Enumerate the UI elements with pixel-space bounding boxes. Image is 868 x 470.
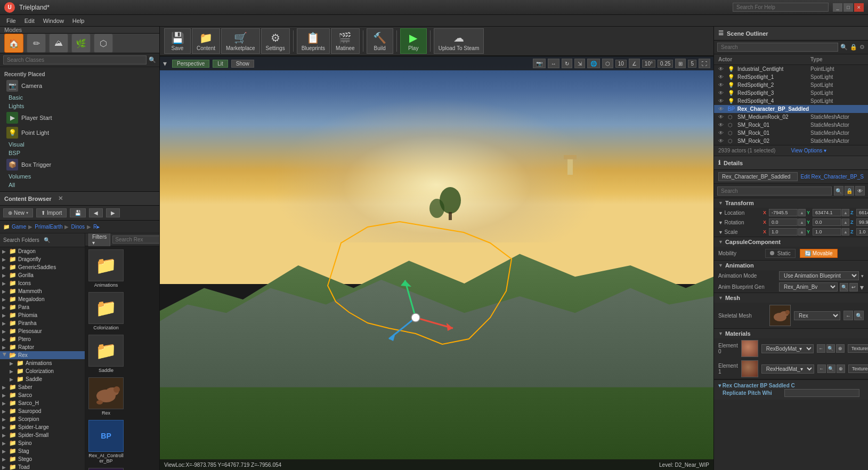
scale-x-up[interactable]: ▲ (798, 228, 806, 236)
element0-select[interactable]: RexBodyMat_▾ (761, 344, 814, 353)
category-bsp[interactable]: BSP (4, 149, 155, 157)
search-rex-input[interactable] (112, 236, 159, 244)
outliner-row-industria[interactable]: 👁 💡 IndustriaI_Centlight PointLight (714, 65, 868, 73)
folder-raptor[interactable]: ▶ 📁 Raptor (0, 343, 85, 351)
details-search-icon-btn[interactable]: 🔍 (834, 186, 843, 196)
outliner-row-sm-rock3[interactable]: 👁 ⬡ SM_Rock_02 StaticMeshActor (714, 137, 868, 145)
asset-saddle-folder[interactable]: 📁 Saddle (87, 334, 125, 374)
outliner-row-spotlight4[interactable]: 👁 💡 RedSpotlight_4 SpotLight (714, 97, 868, 105)
location-y-input[interactable] (813, 209, 841, 216)
outliner-row-spotlight2[interactable]: 👁 💡 RedSpotlight_2 SpotLight (714, 81, 868, 89)
fullscreen-btn[interactable]: ⛶ (699, 59, 710, 68)
menu-file[interactable]: File (2, 17, 20, 25)
static-button[interactable]: Static (765, 249, 796, 258)
details-lock-icon-btn[interactable]: 🔒 (845, 186, 854, 196)
folder-saber[interactable]: ▶ 📁 Saber (0, 383, 85, 391)
mesh-header[interactable]: ▼ Mesh (714, 293, 868, 303)
outliner-row-spotlight3[interactable]: 👁 💡 RedSpotlight_3 SpotLight (714, 89, 868, 97)
folder-stego[interactable]: ▶ 📁 Stego (0, 455, 85, 463)
menu-window[interactable]: Window (39, 17, 68, 25)
path-game[interactable]: Game (12, 224, 26, 230)
menu-help[interactable]: Help (68, 17, 89, 25)
edit-blueprint-link[interactable]: Edit Rex_Character_BP_S (801, 174, 864, 180)
category-lights[interactable]: Lights (4, 102, 155, 110)
category-visual[interactable]: Visual (4, 140, 155, 149)
anim-bp-arrow-btn[interactable]: ↩ (849, 283, 858, 291)
skeletal-mesh-select[interactable]: Rex (794, 311, 840, 320)
scale-x-input[interactable] (769, 228, 798, 236)
outliner-row-sm-rock1[interactable]: 👁 ⬡ SM_Rock_01 StaticMeshActor (714, 121, 868, 129)
build-button[interactable]: 🔨 Build (367, 28, 393, 54)
category-all[interactable]: All (4, 181, 155, 189)
place-item-box-trigger[interactable]: 📦 Box Trigger (4, 157, 155, 172)
show-button[interactable]: Show (231, 60, 254, 68)
category-volumes[interactable]: Volumes (4, 172, 155, 181)
rotation-y-input[interactable] (813, 218, 841, 226)
folder-rex-saddle[interactable]: ▶ 📁 Saddle (0, 375, 85, 383)
transform-header[interactable]: ▼ Transform (714, 198, 868, 208)
forward-button[interactable]: ▶ (106, 208, 120, 217)
viewport[interactable]: ▾ Perspective Lit Show 📷 ↔ ↻ ⇲ 🌐 ⬡ 10 ∠ … (160, 56, 713, 470)
marketplace-button[interactable]: 🛒 Marketplace (221, 28, 259, 54)
paint-mode-icon[interactable]: ✏ (27, 34, 46, 53)
folder-toad[interactable]: ▶ 📁 Toad (0, 463, 85, 470)
folder-spino[interactable]: ▶ 📁 Spino (0, 439, 85, 447)
place-item-camera[interactable]: 📷 Camera (4, 78, 155, 93)
folder-spider-small[interactable]: ▶ 📁 Spider-Small (0, 431, 85, 439)
save-button[interactable]: 💾 Save (164, 28, 191, 54)
rotate-btn[interactable]: ↻ (562, 59, 572, 68)
details-search-input[interactable] (717, 187, 832, 196)
folder-genericsaddles[interactable]: ▶ 📁 GenericSaddles (0, 263, 85, 271)
folder-spider-large[interactable]: ▶ 📁 Spider-Large (0, 423, 85, 431)
matinee-button[interactable]: 🎬 Matinee (331, 28, 360, 54)
folder-stag[interactable]: ▶ 📁 Stag (0, 447, 85, 455)
perspective-button[interactable]: Perspective (172, 60, 209, 68)
element1-select[interactable]: RexHeadMat_▾ (761, 364, 814, 374)
folder-sarco[interactable]: ▶ 📁 Sarco (0, 391, 85, 399)
outliner-row-rex[interactable]: 👁 BP Rex_Character_BP_Saddled (714, 105, 868, 113)
asset-rex-anim-bp[interactable]: Rex_Anim_BP (87, 467, 125, 470)
path-primalearth[interactable]: PrimalEarth (35, 224, 62, 230)
landscape-mode-icon[interactable]: ⛰ (49, 34, 68, 53)
viewport-dropdown-icon[interactable]: ▾ (163, 59, 167, 68)
element1-texture-select[interactable]: Textures ▾ (848, 364, 868, 373)
location-x-up[interactable]: ▲ (798, 209, 806, 216)
close-button[interactable]: ✕ (854, 3, 864, 12)
folder-rex-animations[interactable]: ▶ 📁 Animations (0, 359, 85, 367)
lit-button[interactable]: Lit (213, 60, 228, 68)
folder-rex[interactable]: ▶ 📂 Rex (0, 351, 85, 359)
folder-gorilla[interactable]: ▶ 📁 Gorilla (0, 271, 85, 279)
materials-header[interactable]: ▼ Materials (714, 329, 868, 338)
anim-bp-select[interactable]: Rex_Anim_Bv (779, 282, 838, 291)
filters-label[interactable]: Filters ▾ (88, 233, 110, 247)
capsule-header[interactable]: ▼ CapsuleComponent (714, 237, 868, 247)
path-r[interactable]: R▸ (93, 224, 100, 230)
help-search-input[interactable] (733, 3, 829, 12)
menu-edit[interactable]: Edit (20, 17, 39, 25)
rotation-x-input[interactable] (769, 218, 798, 226)
mat0-arrow-btn[interactable]: ← (817, 344, 825, 353)
new-button[interactable]: ⊕ New ▾ (3, 208, 33, 217)
outliner-search-input[interactable] (717, 43, 838, 52)
category-basic[interactable]: Basic (4, 93, 155, 102)
place-item-point-light[interactable]: 💡 Point Light (4, 125, 155, 140)
view-options-button[interactable]: View Options ▾ (791, 148, 864, 153)
grid-size-btn[interactable]: ⊞ (675, 59, 686, 68)
asset-rex-ai-controller-bp[interactable]: Rex_AI_Controller_BP (87, 419, 125, 465)
place-item-player-start[interactable]: ▶ Player Start (4, 110, 155, 125)
actor-name-input[interactable] (718, 172, 798, 181)
folder-para[interactable]: ▶ 📁 Para (0, 303, 85, 311)
folder-sarco-h[interactable]: ▶ 📁 Sarco_H (0, 399, 85, 407)
back-button[interactable]: ◀ (89, 208, 103, 217)
mesh-arrow-left[interactable]: ← (843, 311, 853, 320)
content-browser-close[interactable]: ✕ (58, 195, 63, 202)
outliner-row-spotlight1[interactable]: 👁 💡 RedSpotlight_1 SpotLight (714, 73, 868, 81)
mat1-arrow-btn[interactable]: ← (817, 364, 826, 373)
folder-scorpion[interactable]: ▶ 📁 Scorpion (0, 415, 85, 423)
folder-mammoth[interactable]: ▶ 📁 Mammoth (0, 287, 85, 295)
mat0-browse-btn[interactable]: ⊕ (836, 344, 845, 353)
search-classes-input[interactable] (3, 55, 147, 64)
movable-button[interactable]: 🔄 Movable (800, 249, 838, 258)
place-mode-icon[interactable]: 🏠 (4, 34, 23, 53)
asset-colorization-folder[interactable]: 📁 Colorization (87, 291, 125, 331)
